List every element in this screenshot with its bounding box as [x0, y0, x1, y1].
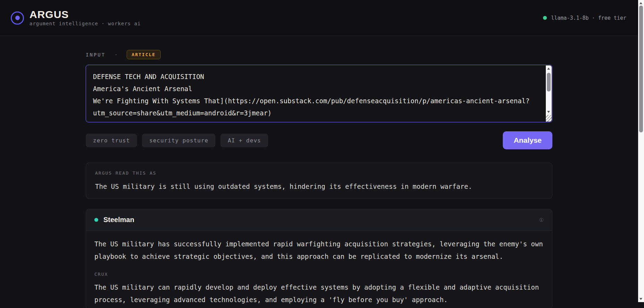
app-header: ARGUS argument intelligence · workers ai… [0, 0, 638, 36]
steelman-dot-icon [94, 218, 98, 222]
model-label: llama-3.1-8b · free tier [551, 15, 626, 21]
input-section-label: INPUT [86, 52, 105, 58]
actions-row: zero trust security posture AI + devs An… [86, 131, 552, 149]
brand: ARGUS argument intelligence · workers ai [11, 9, 141, 26]
tag-button-zero-trust[interactable]: zero trust [86, 134, 137, 147]
tag-button-security-posture[interactable]: security posture [142, 134, 215, 147]
tag-button-ai-devs[interactable]: AI + devs [220, 134, 268, 147]
steelman-header: Steelman ① [86, 209, 552, 231]
page-scroll-up-icon[interactable] [639, 2, 642, 4]
summary-card: ARGUS READ THIS AS The US military is st… [86, 162, 552, 199]
page-scroll-down-icon[interactable] [639, 298, 642, 300]
steelman-paragraph: The US military has successfully impleme… [94, 238, 544, 263]
resize-grip-icon[interactable] [546, 115, 552, 122]
main-column: INPUT · ARTICLE DEFENSE TECH AND ACQUISI… [86, 50, 552, 308]
argus-logo-icon [11, 11, 24, 25]
article-input-wrap: DEFENSE TECH AND ACQUISITION America's A… [86, 65, 552, 122]
steelman-title: Steelman [103, 216, 134, 224]
article-input[interactable]: DEFENSE TECH AND ACQUISITION America's A… [86, 65, 552, 122]
input-label-row: INPUT · ARTICLE [86, 50, 552, 59]
label-separator: · [115, 52, 117, 58]
steelman-card: Steelman ① The US military has successfu… [86, 209, 552, 308]
crux-label: CRUX [94, 272, 544, 277]
app-tagline: argument intelligence · workers ai [29, 21, 141, 26]
textarea-scrollbar-thumb[interactable] [547, 73, 551, 91]
summary-label: ARGUS READ THIS AS [95, 170, 543, 176]
tag-suggestions: zero trust security posture AI + devs [86, 134, 268, 147]
status-dot-icon [543, 16, 547, 20]
article-badge: ARTICLE [127, 50, 161, 59]
footnote-circle-icon[interactable]: ① [539, 217, 544, 223]
logo-dot [15, 16, 20, 20]
summary-text: The US military is still using outdated … [95, 181, 543, 192]
scroll-up-icon[interactable] [547, 68, 550, 70]
steelman-body: The US military has successfully impleme… [86, 231, 552, 308]
analyse-button[interactable]: Analyse [503, 131, 552, 149]
scroll-down-icon[interactable] [547, 111, 550, 113]
page-scrollbar[interactable] [638, 0, 644, 302]
page-scrollbar-thumb[interactable] [639, 6, 643, 132]
textarea-scrollbar[interactable] [546, 65, 552, 115]
crux-text: The US military can rapidly develop and … [94, 281, 544, 306]
app-name: ARGUS [29, 9, 141, 20]
model-status: llama-3.1-8b · free tier [543, 15, 626, 21]
